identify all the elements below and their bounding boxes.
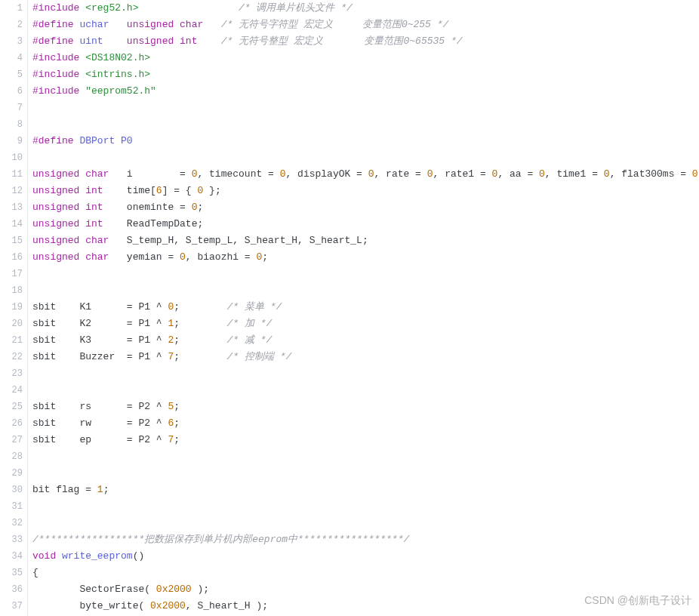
code-line: sbit K2 = P1 ^ 1; /* 加 */ <box>32 316 699 332</box>
code-line: #define uint unsigned int /* 无符号整型 宏定义 变… <box>32 33 699 50</box>
line-number: 30 <box>0 482 23 498</box>
line-number: 20 <box>0 316 23 332</box>
line-number: 36 <box>0 581 23 598</box>
code-line: #include <DS18N02.h> <box>32 50 699 66</box>
code-line: void write_eeprom() <box>32 548 699 565</box>
code-line: #include <intrins.h> <box>32 66 699 83</box>
code-line <box>32 282 699 299</box>
line-number: 13 <box>0 199 23 216</box>
line-number: 34 <box>0 548 23 565</box>
code-line <box>32 100 699 116</box>
line-number: 9 <box>0 133 23 149</box>
line-number: 17 <box>0 266 23 282</box>
line-number: 37 <box>0 598 23 614</box>
code-line: bit flag = 1; <box>32 482 699 498</box>
line-number: 19 <box>0 299 23 316</box>
line-number: 25 <box>0 399 23 415</box>
code-line: sbit K3 = P1 ^ 2; /* 减 */ <box>32 332 699 349</box>
line-number: 27 <box>0 432 23 448</box>
line-number: 6 <box>0 83 23 100</box>
code-line: #include <reg52.h> /* 调用单片机头文件 */ <box>32 0 699 17</box>
code-line: unsigned char i = 0, timecount = 0, disp… <box>32 166 699 183</box>
code-line: unsigned int time[6] = { 0 }; <box>32 183 699 199</box>
code-line: #include "eeprom52.h" <box>32 83 699 100</box>
code-line <box>32 515 699 531</box>
line-number: 28 <box>0 448 23 465</box>
code-line: sbit K1 = P1 ^ 0; /* 菜单 */ <box>32 299 699 316</box>
line-number: 32 <box>0 515 23 531</box>
line-number: 1 <box>0 0 23 17</box>
line-number: 23 <box>0 365 23 382</box>
line-number: 2 <box>0 17 23 33</box>
code-line: sbit rw = P2 ^ 6; <box>32 415 699 432</box>
line-number: 16 <box>0 249 23 266</box>
code-line <box>32 365 699 382</box>
line-number: 29 <box>0 465 23 482</box>
code-line: unsigned char S_temp_H, S_temp_L, S_hear… <box>32 233 699 249</box>
line-number: 26 <box>0 415 23 432</box>
line-number: 18 <box>0 282 23 299</box>
code-line: sbit ep = P2 ^ 7; <box>32 432 699 448</box>
line-number-gutter: 1234567891011121314151617181920212223242… <box>0 0 27 616</box>
line-number: 11 <box>0 166 23 183</box>
line-number: 3 <box>0 33 23 50</box>
code-line <box>32 266 699 282</box>
line-number: 33 <box>0 531 23 548</box>
code-line: unsigned int oneminte = 0; <box>32 199 699 216</box>
line-number: 22 <box>0 349 23 365</box>
code-line: /******************把数据保存到单片机内部eeprom中***… <box>32 531 699 548</box>
line-number: 21 <box>0 332 23 349</box>
line-number: 10 <box>0 149 23 166</box>
code-line <box>32 116 699 133</box>
code-line: byte_write( 0x2000, S_heart_H ); <box>32 598 699 614</box>
line-number: 15 <box>0 233 23 249</box>
code-line: SectorErase( 0x2000 ); <box>32 581 699 598</box>
line-number: 8 <box>0 116 23 133</box>
code-line: #define uchar unsigned char /* 无符号字符型 宏定… <box>32 17 699 33</box>
line-number: 12 <box>0 183 23 199</box>
code-line: unsigned int ReadTempDate; <box>32 216 699 233</box>
code-line: { <box>32 565 699 581</box>
line-number: 24 <box>0 382 23 399</box>
code-line <box>32 498 699 515</box>
code-line <box>32 448 699 465</box>
line-number: 4 <box>0 50 23 66</box>
code-line: #define DBPort P0 <box>32 133 699 149</box>
code-area: #include <reg52.h> /* 调用单片机头文件 */#define… <box>27 0 699 616</box>
line-number: 14 <box>0 216 23 233</box>
line-number: 5 <box>0 66 23 83</box>
code-block: 1234567891011121314151617181920212223242… <box>0 0 699 616</box>
code-line <box>32 465 699 482</box>
code-line: unsigned char yemian = 0, biaozhi = 0; <box>32 249 699 266</box>
line-number: 31 <box>0 498 23 515</box>
line-number: 7 <box>0 100 23 116</box>
code-line: sbit rs = P2 ^ 5; <box>32 399 699 415</box>
code-line <box>32 382 699 399</box>
code-line: sbit Buzzer = P1 ^ 7; /* 控制端 */ <box>32 349 699 365</box>
line-number: 35 <box>0 565 23 581</box>
code-line <box>32 149 699 166</box>
